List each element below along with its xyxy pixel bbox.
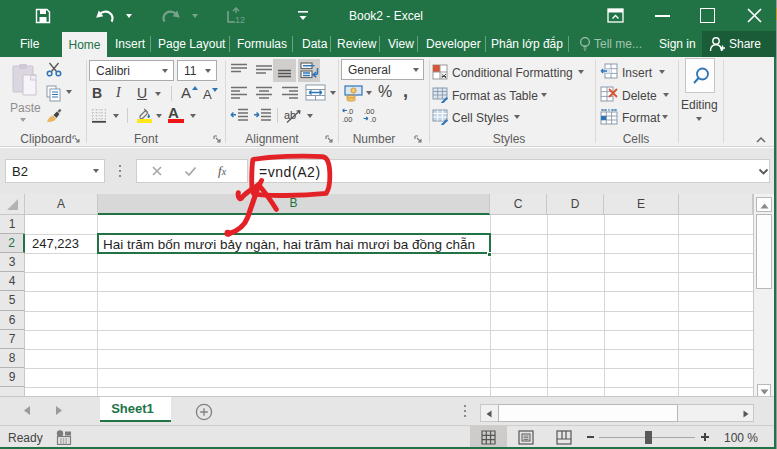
svg-text:.00: .00 xyxy=(342,115,352,123)
svg-text:.0: .0 xyxy=(370,115,376,123)
svg-text:12: 12 xyxy=(235,15,245,25)
